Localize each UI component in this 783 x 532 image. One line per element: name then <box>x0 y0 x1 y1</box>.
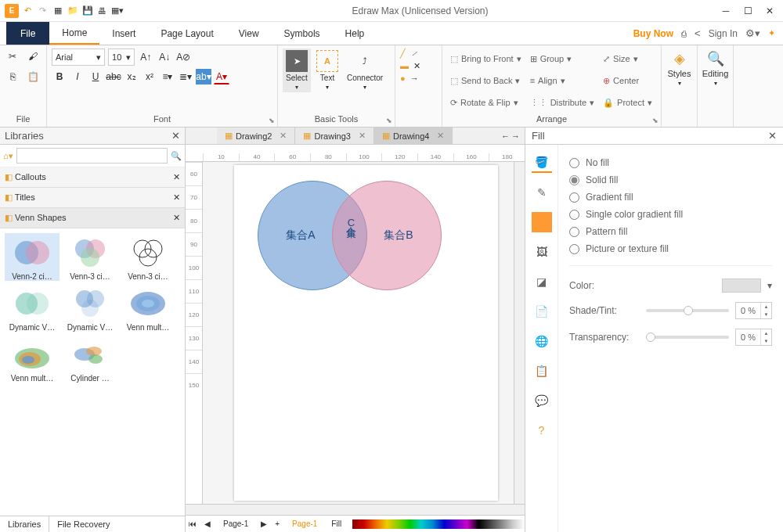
subscript-icon[interactable]: x₂ <box>124 69 139 84</box>
tab-view[interactable]: View <box>226 22 272 45</box>
opt-pattern-fill[interactable]: Pattern fill <box>569 223 772 240</box>
size-button[interactable]: ⤢Size▾ <box>600 49 655 69</box>
center-button[interactable]: ⊕Center <box>600 70 655 91</box>
rotate-flip-button[interactable]: ⟳Rotate & Flip▾ <box>447 92 525 113</box>
buy-now-link[interactable]: Buy Now <box>633 28 673 39</box>
page-first-icon[interactable]: ⏮ <box>186 519 200 528</box>
bold-icon[interactable]: B <box>52 69 67 84</box>
opt-single-gradient-fill[interactable]: Single color gradient fill <box>569 206 772 223</box>
tools-dialog-launcher[interactable]: ⬊ <box>386 117 392 124</box>
tab-help[interactable]: Help <box>333 22 377 45</box>
maximize-button[interactable]: ☐ <box>742 5 753 16</box>
scrollbar-vertical[interactable] <box>514 162 525 504</box>
tab-close-icon[interactable]: ✕ <box>359 131 366 141</box>
tab-close-icon[interactable]: ✕ <box>437 131 444 141</box>
file-menu[interactable]: File <box>6 22 49 45</box>
transparency-value[interactable]: 0 % <box>736 332 760 342</box>
fill-help-icon[interactable]: ? <box>532 420 552 440</box>
highlight-icon[interactable]: ab▾ <box>196 69 211 84</box>
scrollbar-horizontal[interactable] <box>186 505 525 515</box>
shape-item[interactable]: Venn-3 ci… <box>63 233 117 281</box>
new-icon[interactable]: ▦ <box>52 5 63 16</box>
share-icon[interactable]: < <box>695 27 701 39</box>
shape-item[interactable]: Venn-3 ci… <box>121 233 175 281</box>
shape-item[interactable]: Cylinder … <box>63 335 117 383</box>
send-back-button[interactable]: ⬚Send to Back▾ <box>447 70 525 91</box>
doc-tab[interactable]: ▦Drawing2✕ <box>217 128 295 144</box>
font-size-select[interactable]: 10▾ <box>108 49 135 66</box>
fill-line-icon[interactable]: ✎ <box>532 182 552 203</box>
fill-close-icon[interactable]: ✕ <box>768 130 777 142</box>
bullets-icon[interactable]: ≡▾ <box>160 69 175 84</box>
oval-icon[interactable]: ● <box>400 74 406 83</box>
cat-close-icon[interactable]: ✕ <box>173 192 180 203</box>
opt-no-fill[interactable]: No fill <box>569 154 772 171</box>
undo-icon[interactable]: ↶ <box>22 5 34 16</box>
paste-icon[interactable]: 📋 <box>25 69 41 84</box>
options-icon[interactable]: ▦▾ <box>111 5 123 16</box>
fill-comment-icon[interactable]: 💬 <box>532 390 552 411</box>
spin-up-icon[interactable]: ▲ <box>761 329 771 337</box>
numbering-icon[interactable]: ≣▾ <box>178 69 193 84</box>
doc-tab[interactable]: ▦Drawing3✕ <box>295 128 373 144</box>
search-icon[interactable]: 🔍 <box>171 151 182 161</box>
tab-symbols[interactable]: Symbols <box>272 22 333 45</box>
cut-icon[interactable]: ✂ <box>5 49 20 64</box>
opt-picture-fill[interactable]: Picture or texture fill <box>569 240 772 257</box>
group-button[interactable]: ⊞Group▾ <box>527 49 597 69</box>
nav-prev-icon[interactable]: ← <box>501 131 510 141</box>
cat-close-icon[interactable]: ✕ <box>173 172 180 182</box>
cat-callouts[interactable]: ◧ Callouts✕ <box>0 167 185 188</box>
text-tool[interactable]: A Text ▾ <box>313 49 341 92</box>
footer-tab-recovery[interactable]: File Recovery <box>49 516 117 532</box>
line-icon[interactable]: ╱ <box>400 49 406 59</box>
home-icon[interactable]: ⌂▾ <box>3 151 13 161</box>
connector-tool[interactable]: ⤴ Connector ▾ <box>344 49 386 92</box>
page-next-icon[interactable]: ▶ <box>258 519 270 528</box>
rect-icon[interactable]: ▬ <box>400 61 409 71</box>
arrow-shape-icon[interactable]: → <box>410 74 419 83</box>
freehand-icon[interactable]: ⟋ <box>410 49 419 59</box>
italic-icon[interactable]: I <box>70 69 85 84</box>
protect-button[interactable]: 🔒Protect▾ <box>600 92 655 113</box>
canvas[interactable]: 集合A 集合B 集合C <box>234 165 498 501</box>
shape-item[interactable]: Venn mult… <box>5 335 60 383</box>
footer-tab-libraries[interactable]: Libraries <box>0 516 49 532</box>
color-palette-bar[interactable] <box>352 519 525 529</box>
library-search-input[interactable] <box>16 148 168 164</box>
arrange-dialog-launcher[interactable]: ⬊ <box>652 117 659 124</box>
clear-format-icon[interactable]: A⊘ <box>175 49 191 65</box>
shade-slider[interactable] <box>646 309 729 312</box>
font-color-icon[interactable]: A▾ <box>214 69 229 84</box>
select-tool[interactable]: ➤ Select ▾ <box>283 49 311 92</box>
superscript-icon[interactable]: x² <box>142 69 157 84</box>
tab-home[interactable]: Home <box>49 22 99 45</box>
nav-next-icon[interactable]: → <box>511 131 520 141</box>
opt-solid-fill[interactable]: Solid fill <box>569 171 772 189</box>
fill-bucket-icon[interactable]: 🪣 <box>532 153 552 173</box>
shape-item[interactable]: Venn mult… <box>121 284 175 332</box>
font-dialog-launcher[interactable]: ⬊ <box>269 117 275 124</box>
shape-item[interactable]: Dynamic V… <box>63 284 117 332</box>
strike-icon[interactable]: abc <box>106 69 121 84</box>
redo-icon[interactable]: ↷ <box>37 5 49 16</box>
page-prev-icon[interactable]: ◀ <box>201 519 214 528</box>
doc-tab[interactable]: ▦Drawing4✕ <box>374 128 453 144</box>
close-button[interactable]: ✕ <box>764 5 775 16</box>
shade-value[interactable]: 0 % <box>736 306 760 315</box>
tab-insert[interactable]: Insert <box>99 22 148 45</box>
page-tab[interactable]: Page-1 <box>215 519 256 528</box>
cat-titles[interactable]: ◧ Titles✕ <box>0 188 185 208</box>
fill-shadow-icon[interactable]: ◪ <box>532 271 552 292</box>
export-icon[interactable]: ⎙ <box>681 29 687 38</box>
sign-in-link[interactable]: Sign In <box>709 28 738 39</box>
transparency-slider[interactable] <box>646 336 729 339</box>
fill-solid-icon[interactable] <box>532 212 552 232</box>
spin-up-icon[interactable]: ▲ <box>761 303 771 311</box>
cat-close-icon[interactable]: ✕ <box>173 213 180 223</box>
font-name-select[interactable]: Arial▾ <box>52 49 105 66</box>
copy-icon[interactable]: ⎘ <box>5 69 20 84</box>
delete-shape-icon[interactable]: ✕ <box>413 61 420 71</box>
fill-sheet-icon[interactable]: 📄 <box>532 301 552 322</box>
decrease-font-icon[interactable]: A↓ <box>157 49 172 65</box>
